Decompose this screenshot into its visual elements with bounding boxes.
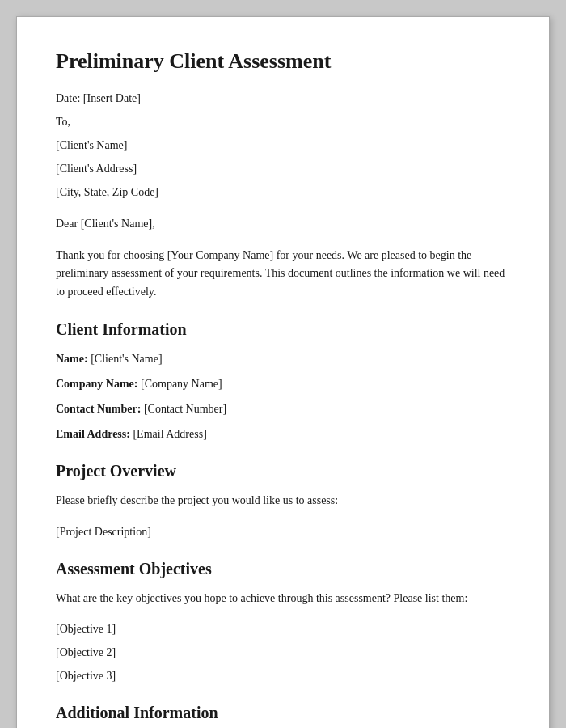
field-name-label: Name: <box>56 353 88 365</box>
field-company-label: Company Name: <box>56 378 138 390</box>
project-description-placeholder: [Project Description] <box>56 523 510 540</box>
dear-line: Dear [Client's Name], <box>56 215 510 232</box>
section-heading-client-information: Client Information <box>56 320 510 339</box>
section-heading-additional-information: Additional Information <box>56 704 510 722</box>
client-address-line: [Client's Address] <box>56 160 510 177</box>
intro-paragraph: Thank you for choosing [Your Company Nam… <box>56 247 510 301</box>
field-name: Name: [Client's Name] <box>56 350 510 367</box>
section-heading-project-overview: Project Overview <box>56 462 510 480</box>
field-name-value: [Client's Name] <box>91 353 162 365</box>
project-overview-intro: Please briefly describe the project you … <box>56 492 510 510</box>
field-contact-number: Contact Number: [Contact Number] <box>56 400 510 417</box>
field-contact-label: Contact Number: <box>56 403 141 415</box>
field-email-value: [Email Address] <box>133 428 206 440</box>
city-state-zip-line: [City, State, Zip Code] <box>56 184 510 201</box>
section-heading-assessment-objectives: Assessment Objectives <box>56 560 510 578</box>
document-title: Preliminary Client Assessment <box>56 49 510 74</box>
objective-3: [Objective 3] <box>56 667 510 684</box>
document-container: Preliminary Client Assessment Date: [Ins… <box>16 16 550 728</box>
client-name-line: [Client's Name] <box>56 137 510 154</box>
field-company-name: Company Name: [Company Name] <box>56 375 510 392</box>
objective-1: [Objective 1] <box>56 620 510 637</box>
field-contact-value: [Contact Number] <box>144 403 226 415</box>
field-email-address: Email Address: [Email Address] <box>56 425 510 442</box>
to-line: To, <box>56 113 510 130</box>
objective-2: [Objective 2] <box>56 644 510 661</box>
field-email-label: Email Address: <box>56 428 130 440</box>
date-line: Date: [Insert Date] <box>56 90 510 107</box>
assessment-objectives-intro: What are the key objectives you hope to … <box>56 590 510 607</box>
field-company-value: [Company Name] <box>141 378 222 390</box>
